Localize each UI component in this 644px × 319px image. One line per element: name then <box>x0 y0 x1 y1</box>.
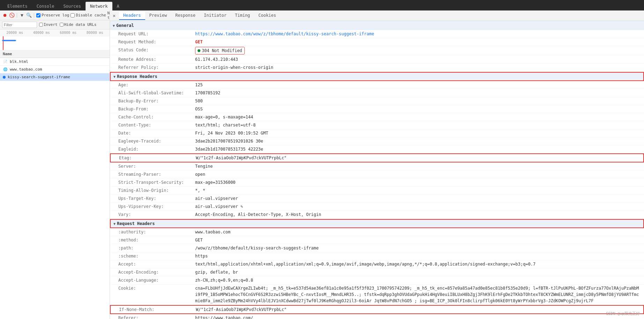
tick-1: 20000 ms <box>1 31 28 35</box>
general-arrow: ▼ <box>113 24 115 28</box>
response-header-row-2: Backup-By-Error:500 <box>110 97 644 105</box>
invert-checkbox[interactable] <box>39 23 43 27</box>
tab-initiator[interactable]: Initiator <box>200 12 231 20</box>
html-icon: 📄 <box>3 59 8 64</box>
tab-preview[interactable]: Preview <box>145 12 171 20</box>
response-header-val-3: OSS <box>195 106 641 112</box>
response-header-key-15: Ups-Vipserver-Key: <box>118 203 195 210</box>
response-header-row-1: Ali-Swift-Global-Savetime:1700785192 <box>110 89 644 97</box>
file-item-blk[interactable]: 📄 blk.html <box>0 58 110 66</box>
referrer-policy-val: strict-origin-when-cross-origin <box>195 64 641 71</box>
response-header-row-10: Server:Tengine <box>110 162 644 171</box>
response-header-key-9: Etag: <box>119 155 196 161</box>
tick-3: 60000 ms <box>55 31 82 35</box>
response-header-key-1: Ali-Swift-Global-Savetime: <box>118 90 195 96</box>
waterfall-blue-bar <box>2 40 16 41</box>
response-header-row-14: Ups-Target-Key:air-ual.vipserver <box>110 195 644 203</box>
hide-data-urls-label[interactable]: Hide data URLs <box>60 22 97 27</box>
left-panel: ⏺ 🚫 ▼ 🔍 Preserve log Disable cache No t <box>0 10 110 319</box>
response-header-row-5: Content-Type:text/html; charset=utf-8 <box>110 121 644 129</box>
status-dot <box>198 49 200 52</box>
disable-cache-checkbox[interactable] <box>71 13 75 17</box>
response-header-key-2: Backup-By-Error: <box>118 98 195 104</box>
invert-label[interactable]: Invert <box>39 22 58 27</box>
file-item-kissy[interactable]: kissy-search-suggest-iframe <box>0 73 110 81</box>
response-header-row-12: Strict-Transport-Security:max-age=315360… <box>110 179 644 187</box>
request-url-val: https://www.taobao.com/wow/z/tbhome/defa… <box>195 31 641 37</box>
remote-address-key: Remote Address: <box>118 56 195 63</box>
response-header-val-9: W/"1c2f-AsiaOob71WpKPvd7ckVUTPrpbLc" <box>196 155 641 161</box>
response-header-val-11: open <box>195 171 641 177</box>
referrer-policy-key: Referrer Policy: <box>118 64 195 71</box>
tab-timing[interactable]: Timing <box>231 12 254 20</box>
response-header-val-8: 3dae2b1d170078531735 42223e <box>195 146 641 152</box>
file-list: 📄 blk.html 🌐 www.taobao.com kissy-search… <box>0 58 110 319</box>
record-icon[interactable]: ⏺ <box>2 13 8 18</box>
disable-cache-label[interactable]: Disable cache <box>71 13 106 17</box>
response-header-val-14: air-ual.vipserver <box>195 195 641 202</box>
response-header-key-4: Cache-Control: <box>118 114 195 120</box>
response-header-val-16: Accept-Encoding, Ali-Detector-Type, X-Ho… <box>195 211 641 218</box>
request-header-row-3: :scheme:https <box>110 252 644 260</box>
status-code-val: 304 Not Modified <box>195 47 641 55</box>
filter-bar: Invert Hide data URLs <box>0 20 110 29</box>
preserve-log-checkbox[interactable] <box>36 13 40 17</box>
hide-data-urls-checkbox[interactable] <box>60 23 64 27</box>
response-header-val-1: 1700785192 <box>195 90 641 96</box>
request-url-key: Request URL: <box>118 31 195 37</box>
watermark: CSDN @up阳光正好 <box>606 311 640 316</box>
tab-network[interactable]: Network <box>86 2 112 10</box>
request-header-row-2: :path:/wow/z/tbhome/default/kissy-search… <box>110 244 644 252</box>
request-url-row: Request URL: https://www.taobao.com/wow/… <box>110 30 644 38</box>
tab-more[interactable]: A <box>112 2 124 10</box>
response-header-key-14: Ups-Target-Key: <box>118 195 195 202</box>
response-header-row-15: Ups-Vipserver-Key:air-ual.vipserver ✎ <box>110 203 644 211</box>
clear-icon[interactable]: 🚫 <box>9 13 15 18</box>
response-header-val-10: Tengine <box>195 163 641 169</box>
request-header-val-5: gzip, deflate, br <box>195 269 641 275</box>
tab-response[interactable]: Response <box>171 12 200 20</box>
response-header-key-7: Eagleeye-Traceid: <box>118 138 195 144</box>
file-item-taobao[interactable]: 🌐 www.taobao.com <box>0 66 110 73</box>
response-header-row-13: Timing-Allow-Origin:*, * <box>110 187 644 195</box>
tab-headers[interactable]: Headers <box>119 12 145 20</box>
preserve-log-label[interactable]: Preserve log <box>36 13 69 17</box>
tab-console[interactable]: Console <box>32 2 59 10</box>
response-header-row-0: Age:125 <box>110 81 644 89</box>
response-headers-arrow: ▼ <box>113 75 116 79</box>
right-panel: × Headers Preview Response Initiator Tim… <box>110 10 644 319</box>
response-header-val-13: *, * <box>195 187 641 194</box>
response-header-val-2: 500 <box>195 98 641 104</box>
request-header-key-5: Accept-Encoding: <box>118 269 195 275</box>
tab-cookies[interactable]: Cookies <box>254 12 280 20</box>
status-code-key: Status Code: <box>118 47 195 53</box>
file-name-taobao: www.taobao.com <box>10 67 42 72</box>
tab-sources[interactable]: Sources <box>59 2 86 10</box>
filter-icon[interactable]: ▼ <box>19 13 25 18</box>
right-tabs: × Headers Preview Response Initiator Tim… <box>110 10 644 21</box>
waterfall-red-line <box>3 36 3 50</box>
response-header-key-0: Age: <box>118 82 195 88</box>
response-header-key-11: Streaming-Parser: <box>118 171 195 177</box>
response-headers-section-header[interactable]: ▼ Response Headers <box>110 72 644 81</box>
general-section-header[interactable]: ▼ General <box>110 21 644 30</box>
close-button[interactable]: × <box>111 13 117 19</box>
request-header-key-2: :path: <box>118 245 195 251</box>
request-header-row-6: Accept-Language:zh-CN,zh;q=0.9,en;q=0.8 <box>110 276 644 284</box>
filter-input[interactable] <box>2 22 37 28</box>
request-headers-list: :authority:www.taobao.com:method:GET:pat… <box>110 228 644 319</box>
search-icon[interactable]: 🔍 <box>26 13 32 18</box>
request-header-row-8: If-None-Match:W/"1c2f-AsiaOob71WpKPvd7ck… <box>110 305 644 314</box>
name-header: Name <box>0 50 110 58</box>
remote-address-val: 61.174.43.210:443 <box>195 56 641 63</box>
status-code-row: Status Code: 304 Not Modified <box>110 46 644 56</box>
toolbar: ⏺ 🚫 ▼ 🔍 Preserve log Disable cache No t <box>0 10 110 20</box>
response-header-val-7: 3dae2b20170078519201026 30e <box>195 138 641 144</box>
request-header-key-8: If-None-Match: <box>119 306 196 313</box>
request-headers-section-header[interactable]: ▼ Request Headers <box>110 219 644 228</box>
request-header-key-1: :method: <box>118 237 195 243</box>
request-header-key-4: Accept: <box>118 261 195 267</box>
tab-elements[interactable]: Elements <box>3 2 32 10</box>
request-header-val-9: https://www.taobao.com/ <box>195 315 641 319</box>
request-method-val: GET <box>195 39 641 45</box>
